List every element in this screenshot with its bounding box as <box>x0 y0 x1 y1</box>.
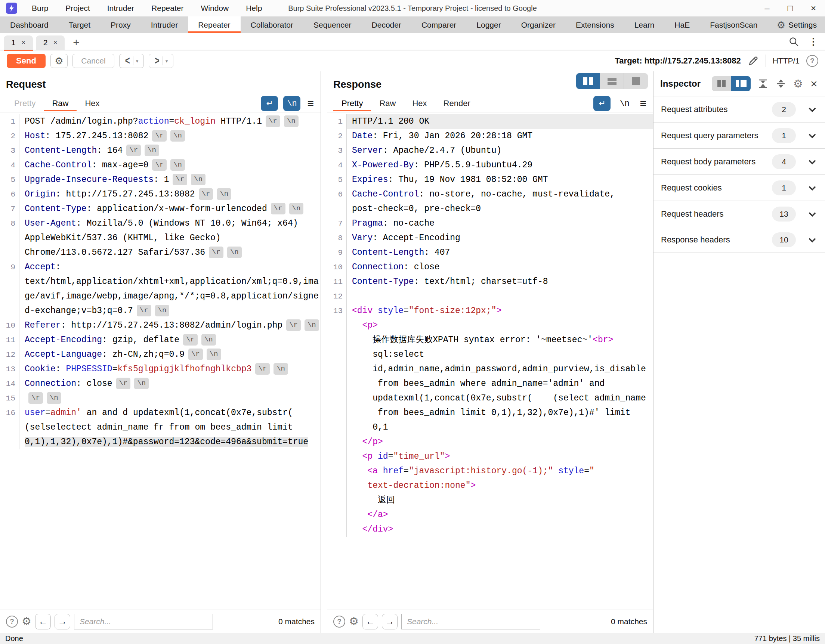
main-tab-organizer[interactable]: Organizer <box>511 17 566 33</box>
show-newlines-icon[interactable]: \n <box>616 96 633 111</box>
more-options-icon[interactable]: ⋮ <box>808 36 818 48</box>
cancel-button[interactable]: Cancel <box>73 54 114 68</box>
line-number <box>327 318 347 333</box>
main-tab-intruder[interactable]: Intruder <box>141 17 188 33</box>
http-version-label[interactable]: HTTP/1 <box>773 56 800 65</box>
chevron-down-icon[interactable] <box>807 183 817 193</box>
dropdown-caret-icon[interactable]: ▾ <box>133 58 141 64</box>
request-search-input[interactable] <box>74 614 213 629</box>
panel-splitter[interactable] <box>321 71 327 633</box>
main-tab-dashboard[interactable]: Dashboard <box>0 17 59 33</box>
layout-columns-button[interactable] <box>576 73 600 89</box>
repeater-tab-1[interactable]: 1× <box>4 36 33 50</box>
inspector-section-request-attributes[interactable]: Request attributes2 <box>654 96 825 122</box>
request-tab-pretty[interactable]: Pretty <box>6 96 44 111</box>
send-settings-button[interactable]: ⚙ <box>51 54 68 68</box>
close-tab-icon[interactable]: × <box>53 39 57 46</box>
help-icon[interactable]: ? <box>806 55 818 67</box>
gear-icon[interactable]: ⚙ <box>22 616 31 627</box>
minimize-icon[interactable]: – <box>755 0 779 17</box>
inspector-section-response-headers[interactable]: Response headers10 <box>654 227 825 253</box>
inspector-section-request-body-parameters[interactable]: Request body parameters4 <box>654 148 825 175</box>
editor-menu-icon[interactable]: ≡ <box>638 97 648 110</box>
code-line: ge/avif,image/webp,image/apng,*/*;q=0.8,… <box>0 289 321 304</box>
line-number <box>0 275 19 289</box>
maximize-icon[interactable]: □ <box>779 0 802 17</box>
response-tab-raw[interactable]: Raw <box>371 96 404 111</box>
request-editor[interactable]: 1POST /admin/login.php?action=ck_login H… <box>0 113 321 610</box>
inspector-dock-left-button[interactable] <box>712 76 731 91</box>
add-tab-button[interactable]: + <box>68 36 85 50</box>
main-tab-fastjsonscan[interactable]: FastjsonScan <box>700 17 768 33</box>
previous-match-button[interactable]: ← <box>35 614 51 629</box>
inspector-section-request-query-parameters[interactable]: Request query parameters1 <box>654 122 825 148</box>
chevron-down-icon[interactable] <box>807 104 817 115</box>
main-tab-hae[interactable]: HaE <box>664 17 700 33</box>
help-icon[interactable]: ? <box>6 616 18 627</box>
response-tab-render[interactable]: Render <box>435 96 479 111</box>
menu-window[interactable]: Window <box>192 0 237 17</box>
inspector-section-request-headers[interactable]: Request headers13 <box>654 201 825 227</box>
menu-intruder[interactable]: Intruder <box>99 0 143 17</box>
next-match-button[interactable]: → <box>382 614 397 629</box>
main-tab-proxy[interactable]: Proxy <box>100 17 141 33</box>
main-tab-repeater[interactable]: Repeater <box>188 17 240 33</box>
main-tab-extensions[interactable]: Extensions <box>566 17 624 33</box>
menu-repeater[interactable]: Repeater <box>143 0 192 17</box>
request-tab-hex[interactable]: Hex <box>77 96 108 111</box>
editor-menu-icon[interactable]: ≡ <box>306 97 315 110</box>
layout-single-button[interactable] <box>624 73 648 89</box>
layout-rows-button[interactable] <box>600 73 624 89</box>
code-line: 16user=admin' an and d updatexml(1,conca… <box>0 406 321 420</box>
main-tab-logger[interactable]: Logger <box>466 17 511 33</box>
previous-match-button[interactable]: ← <box>362 614 378 629</box>
main-tab-decoder[interactable]: Decoder <box>362 17 411 33</box>
send-button[interactable]: Send <box>7 54 46 68</box>
chevron-down-icon[interactable] <box>807 209 817 219</box>
response-search-input[interactable] <box>401 614 540 629</box>
main-tab-target[interactable]: Target <box>59 17 100 33</box>
main-tab-collaborator[interactable]: Collaborator <box>241 17 303 33</box>
chevron-down-icon[interactable] <box>807 130 817 141</box>
repeater-tab-2[interactable]: 2× <box>36 36 65 50</box>
show-newlines-icon[interactable]: \n <box>283 96 300 111</box>
response-tab-pretty[interactable]: Pretty <box>333 96 371 111</box>
inspector-section-request-cookies[interactable]: Request cookies1 <box>654 175 825 201</box>
word-wrap-icon[interactable]: ↵ <box>593 96 610 111</box>
gear-icon[interactable]: ⚙ <box>349 616 359 627</box>
menu-help[interactable]: Help <box>237 0 270 17</box>
inspector-dock-right-button[interactable] <box>731 76 751 91</box>
close-icon[interactable]: × <box>802 0 825 17</box>
word-wrap-icon[interactable]: ↵ <box>261 96 278 111</box>
tab-settings[interactable]: ⚙ Settings <box>769 17 825 33</box>
line-ending-badge: \r <box>183 334 198 346</box>
request-view-tabs: PrettyRawHex↵\n≡ <box>6 95 315 112</box>
main-tab-comparer[interactable]: Comparer <box>411 17 466 33</box>
dropdown-caret-icon[interactable]: ▾ <box>163 58 171 64</box>
chevron-down-icon[interactable] <box>807 235 817 245</box>
line-number: 6 <box>0 187 19 202</box>
chevron-down-icon[interactable] <box>807 156 817 167</box>
expand-all-icon[interactable] <box>757 78 769 89</box>
collapse-all-icon[interactable] <box>775 78 786 89</box>
close-tab-icon[interactable]: × <box>22 39 25 46</box>
menu-project[interactable]: Project <box>57 0 98 17</box>
edit-target-icon[interactable] <box>748 55 759 66</box>
gear-icon[interactable]: ⚙ <box>793 79 803 89</box>
code-line: 7Content-Type: application/x-www-form-ur… <box>0 202 321 216</box>
back-history-button[interactable]: < ▾ <box>119 54 144 68</box>
search-icon[interactable] <box>789 37 799 47</box>
main-tab-sequencer[interactable]: Sequencer <box>303 17 362 33</box>
response-editor[interactable]: 1HTTP/1.1 200 OK2Date: Fri, 30 Jan 2026 … <box>327 113 653 610</box>
response-tab-hex[interactable]: Hex <box>404 96 435 111</box>
forward-history-button[interactable]: > ▾ <box>149 54 173 68</box>
line-number: 9 <box>0 260 19 275</box>
help-icon[interactable]: ? <box>333 616 345 627</box>
request-tab-raw[interactable]: Raw <box>44 96 77 111</box>
close-inspector-icon[interactable]: × <box>810 77 817 91</box>
menu-burp[interactable]: Burp <box>23 0 57 17</box>
next-match-button[interactable]: → <box>54 614 70 629</box>
main-tab-learn[interactable]: Learn <box>624 17 665 33</box>
line-ending-badge: \n <box>289 203 304 215</box>
line-number <box>0 304 19 318</box>
